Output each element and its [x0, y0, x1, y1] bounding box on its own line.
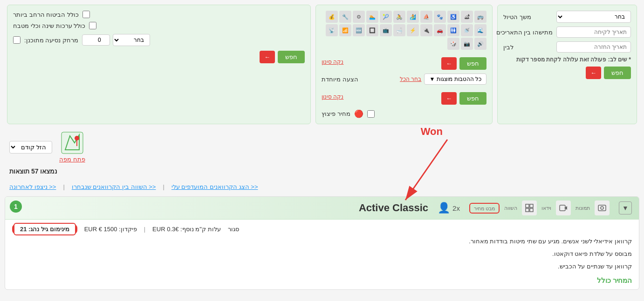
- expand-button[interactable]: ▼: [619, 201, 632, 214]
- svg-rect-9: [530, 204, 533, 207]
- icon-camp[interactable]: 🏕: [461, 11, 473, 23]
- icon-plug[interactable]: 🔌: [420, 24, 432, 36]
- back-button-middle-top[interactable]: ←: [441, 57, 457, 70]
- icon-satellite[interactable]: 📡: [326, 24, 338, 36]
- nav-link-favorites[interactable]: << הצג הקרוואנים המועדפים עלי: [171, 183, 258, 190]
- price-view-btn[interactable]: מבט מחיר: [469, 203, 500, 214]
- results-count: נמצאו 57 תוצאות: [9, 167, 57, 175]
- insurance-label: כולל הביטוח הרחב ביותר: [13, 11, 79, 18]
- nav-link-compare[interactable]: << השווה בין הקרוואנים שנבחרו: [72, 183, 156, 190]
- svg-point-5: [601, 207, 603, 209]
- photos-label: תמונות: [575, 205, 590, 211]
- persons-badge: 2x 👤: [438, 202, 460, 214]
- svg-rect-10: [526, 208, 529, 212]
- special-label: הצעה מיוחדת: [322, 76, 358, 83]
- price-flash-label: מחיר פיצוץ: [322, 110, 350, 117]
- clear-link-1[interactable]: נקה סינון: [322, 59, 343, 65]
- extra-cost: עלות ק"מ נוסף: 0.3€ EUR: [152, 226, 220, 233]
- video-label: וידאו: [541, 205, 551, 211]
- insurance-checkbox[interactable]: [82, 11, 90, 18]
- listing-body: סגור עלות ק"מ נוסף: 0.3€ EUR | פיקדון: 1…: [5, 220, 639, 289]
- to-label: לבין: [503, 44, 514, 51]
- open-map-btn[interactable]: פתח מפה: [59, 131, 85, 163]
- video-btn[interactable]: [556, 201, 571, 215]
- svg-rect-4: [598, 205, 606, 211]
- all-offers-btn[interactable]: כל ההטבות מוצגות ▼: [424, 74, 486, 85]
- from-date-input[interactable]: [556, 27, 631, 38]
- price-flash-checkbox[interactable]: [367, 110, 375, 118]
- icon-car[interactable]: 🚗: [434, 24, 446, 36]
- min-age-badge: מינימום גיל נהג: 21: [14, 223, 76, 235]
- photos-btn[interactable]: [595, 201, 610, 215]
- distance-unit-select[interactable]: בחר: [113, 34, 150, 46]
- icon-handicap[interactable]: ♿: [447, 11, 459, 23]
- icon-bike[interactable]: 🚴: [393, 11, 405, 23]
- back-button-right[interactable]: ←: [260, 51, 275, 63]
- map-label[interactable]: פתח מפה: [59, 156, 85, 163]
- deposit-info: פיקדון: 1500 € EUR: [84, 226, 137, 233]
- icon-surf[interactable]: 🏄: [407, 11, 419, 23]
- close-label: סגור: [228, 226, 239, 233]
- sort-select[interactable]: הזל קודם: [9, 141, 52, 154]
- icon-wrench[interactable]: 🔧: [339, 11, 351, 23]
- icon-money[interactable]: 💰: [326, 11, 338, 23]
- icon-game[interactable]: 🎲: [447, 38, 459, 50]
- icon-signal[interactable]: 📶: [339, 24, 351, 36]
- map-icon: [61, 131, 84, 154]
- icon-new[interactable]: 🆕: [353, 24, 365, 36]
- svg-marker-7: [564, 206, 567, 210]
- back-button-left[interactable]: ←: [586, 67, 601, 79]
- back-button-middle-bottom[interactable]: ←: [441, 92, 457, 105]
- listing-title: Active Classic: [24, 202, 428, 214]
- distance-checkbox[interactable]: [13, 36, 21, 44]
- amenity-icon-grid: 🚌 🏕 ♿ 🐾 ⛵ 🏄 🚴 🎾 🏊 ⚙ 🔧 💰 🌊 🚿 🚻 🚗 🔌 ⚡ 🛁: [322, 11, 486, 50]
- distance-label: מרחק נסיעה מתוכנן:: [24, 37, 78, 44]
- icon-tv[interactable]: 📺: [380, 24, 392, 36]
- search-note: * שים לב: פעולה זאת עלולה לקחת מספר דקות: [503, 56, 631, 63]
- icon-electric[interactable]: ⚡: [407, 24, 419, 36]
- description-line-3: קרוואן עד שנתיים על הכביש.: [12, 262, 632, 272]
- icon-toilet[interactable]: 🚻: [447, 24, 459, 36]
- icon-tennis[interactable]: 🎾: [380, 11, 392, 23]
- listing-card: 1 ▼ תמונות וידאו השווה: [5, 196, 639, 290]
- bedding-checkbox[interactable]: [89, 22, 96, 29]
- bedding-label: כולל ערכות שינה וכלי מטבח: [13, 22, 85, 29]
- svg-rect-8: [526, 204, 529, 207]
- title-label: משך הטיול: [503, 13, 531, 20]
- icon-pets[interactable]: 🐾: [434, 11, 446, 23]
- person-icon: 👤: [438, 202, 450, 214]
- info-row: סגור עלות ק"מ נוסף: 0.3€ EUR | פיקדון: 1…: [12, 224, 632, 234]
- dates-label: מתישהו בין התאריכים: [496, 29, 553, 36]
- all-link[interactable]: בחר הכל: [400, 76, 421, 82]
- view-icons-group: תמונות וידאו השווה מבט מחיר: [469, 201, 610, 215]
- description-line-2: מבוסס על שלדת פיאט דוקאטו.: [12, 249, 632, 259]
- nav-link-recent[interactable]: << ניצפו לאחרונה: [9, 183, 56, 190]
- title-select[interactable]: בחר: [556, 11, 631, 23]
- total-price-label: המחיר כולל: [12, 276, 632, 285]
- svg-rect-11: [530, 208, 533, 212]
- listing-header: ▼ תמונות וידאו השווה: [5, 197, 639, 220]
- to-date-input[interactable]: [556, 41, 631, 53]
- svg-rect-0: [62, 132, 83, 154]
- icon-bus[interactable]: 🚌: [474, 11, 486, 23]
- icon-camera[interactable]: 📷: [461, 38, 473, 50]
- icon-grid[interactable]: 🔲: [366, 24, 378, 36]
- search-button-left[interactable]: חפש: [604, 67, 631, 79]
- distance-input[interactable]: [82, 34, 110, 46]
- icon-boat[interactable]: ⛵: [420, 11, 432, 23]
- clear-link-2[interactable]: נקה סינון: [322, 94, 343, 100]
- icon-shower[interactable]: 🚿: [461, 24, 473, 36]
- icon-wave[interactable]: 🌊: [474, 24, 486, 36]
- price-view-label: מבט מחיר: [474, 206, 495, 211]
- search-button-right[interactable]: חפש: [278, 51, 305, 63]
- description-line-1: קרוואן אידיאלי לשני אנשים. מגיע עם שתי מ…: [12, 237, 632, 247]
- search-button-middle-top[interactable]: חפש: [459, 57, 486, 70]
- persons-count: 2x: [452, 204, 460, 212]
- icon-speaker[interactable]: 🔊: [474, 38, 486, 50]
- icon-gear[interactable]: ⚙: [353, 11, 365, 23]
- search-button-middle-bottom[interactable]: חפש: [459, 92, 486, 105]
- icon-bath[interactable]: 🛁: [393, 24, 405, 36]
- compare-btn[interactable]: [522, 201, 537, 215]
- icon-swim[interactable]: 🏊: [366, 11, 378, 23]
- listing-number-badge: 1: [10, 201, 22, 213]
